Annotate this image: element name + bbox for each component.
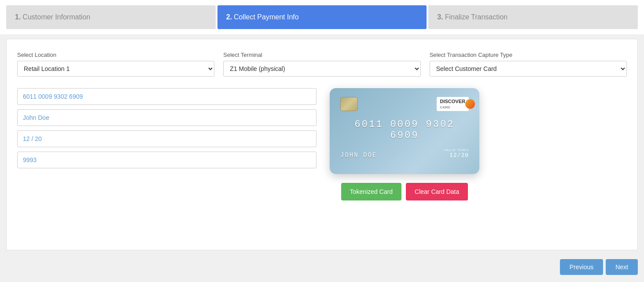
- card-number-display: 6011 0009 9302 6909: [340, 119, 469, 141]
- location-label: Select Location: [17, 52, 214, 58]
- previous-button[interactable]: Previous: [560, 259, 603, 275]
- step-finalize-transaction[interactable]: 3.Finalize Transaction: [428, 5, 638, 29]
- expiry-input[interactable]: [17, 130, 316, 147]
- clear-card-data-button[interactable]: Clear Card Data: [406, 183, 468, 200]
- card-top-row: DISCOVERCARD: [340, 97, 469, 111]
- stepper: 1.Customer Information 2.Collect Payment…: [0, 0, 644, 34]
- cardholder-name-input[interactable]: [17, 109, 316, 126]
- capture-type-select[interactable]: Select Customer Card: [430, 61, 627, 77]
- card-expiry-display: 12/20: [449, 152, 469, 159]
- card-expiry-sublabel: VALID THRU: [444, 148, 469, 152]
- location-selector-group: Select Location Retail Location 1: [17, 52, 214, 77]
- next-button[interactable]: Next: [606, 259, 638, 275]
- step-customer-information[interactable]: 1.Customer Information: [6, 5, 216, 29]
- content-row: DISCOVERCARD 6011 0009 9302 6909 JOHN DO…: [17, 88, 627, 200]
- cvv-input[interactable]: [17, 152, 316, 168]
- card-name-display: JOHN DOE: [340, 152, 377, 159]
- step3-label: Finalize Transaction: [445, 13, 508, 21]
- capture-type-label: Select Transaction Capture Type: [430, 52, 627, 58]
- card-number-input[interactable]: [17, 88, 316, 105]
- location-select[interactable]: Retail Location 1: [17, 61, 214, 77]
- card-action-buttons: Tokenized Card Clear Card Data: [341, 183, 468, 200]
- payment-form: [17, 88, 316, 200]
- step3-number: 3.: [437, 13, 443, 21]
- footer-navigation: Previous Next: [0, 255, 644, 279]
- selectors-row: Select Location Retail Location 1 Select…: [17, 52, 627, 77]
- tokenized-card-button[interactable]: Tokenized Card: [341, 183, 401, 200]
- main-content-card: Select Location Retail Location 1 Select…: [6, 39, 638, 250]
- discover-logo: DISCOVERCARD: [437, 97, 469, 111]
- terminal-select[interactable]: Z1 Mobile (physical): [223, 61, 420, 77]
- terminal-label: Select Terminal: [223, 52, 420, 58]
- capture-type-selector-group: Select Transaction Capture Type Select C…: [430, 52, 627, 77]
- card-logo-area: DISCOVERCARD: [437, 97, 469, 111]
- card-bottom-row: JOHN DOE VALID THRU 12/20: [340, 148, 469, 159]
- credit-card-visual: DISCOVERCARD 6011 0009 9302 6909 JOHN DO…: [330, 88, 479, 174]
- step-collect-payment[interactable]: 2.Collect Payment Info: [217, 5, 427, 29]
- card-chip-icon: [340, 97, 358, 111]
- step2-label: Collect Payment Info: [234, 13, 299, 21]
- terminal-selector-group: Select Terminal Z1 Mobile (physical): [223, 52, 420, 77]
- step1-number: 1.: [15, 13, 21, 21]
- card-expiry-area: VALID THRU 12/20: [444, 148, 469, 159]
- step1-label: Customer Information: [22, 13, 90, 21]
- card-visual-section: DISCOVERCARD 6011 0009 9302 6909 JOHN DO…: [330, 88, 479, 200]
- step2-number: 2.: [226, 13, 232, 21]
